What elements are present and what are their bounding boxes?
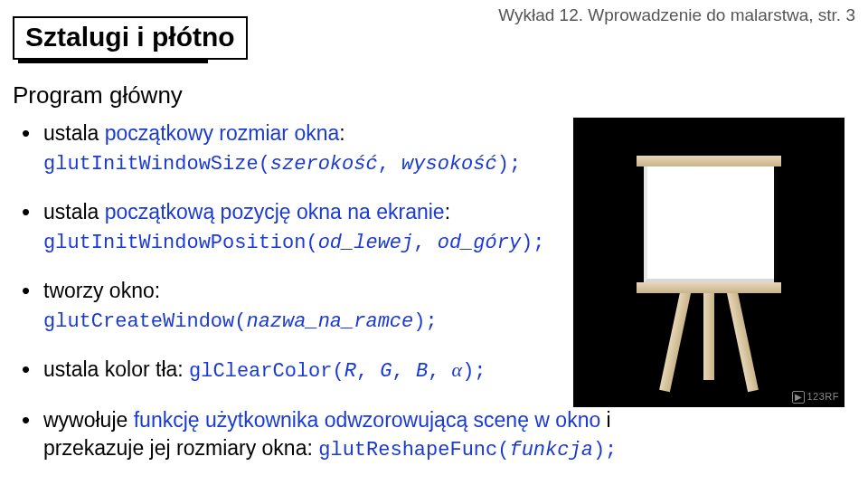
- slide-header: Wykład 12. Wprowadzenie do malarstwa, st…: [498, 5, 855, 25]
- text: przekazuje jej rozmiary okna:: [43, 436, 318, 460]
- text: wywołuje: [43, 408, 134, 432]
- code-func: glutCreateWindow(: [43, 310, 246, 333]
- code-func: glClearColor(: [189, 360, 344, 383]
- code-sep: ,: [413, 232, 437, 254]
- text: ustala: [43, 200, 105, 223]
- easel-image: ▶123RF: [573, 118, 844, 407]
- text: ustala kolor tła:: [43, 357, 189, 381]
- code-func: glutInitWindowSize(: [43, 153, 270, 176]
- canvas-panel: [644, 161, 774, 282]
- code-func: glutInitWindowPosition(: [43, 232, 318, 254]
- code-arg: B: [416, 360, 428, 383]
- easel-bar: [637, 156, 781, 166]
- code-arg: wysokość: [401, 153, 497, 176]
- content-area: ustala początkowy rozmiar okna: glutInit…: [13, 119, 546, 485]
- code-sep: ,: [378, 153, 401, 176]
- list-item: ustala kolor tła: glClearColor(R, G, B, …: [13, 356, 546, 385]
- image-watermark: ▶123RF: [792, 391, 839, 404]
- watermark-text: 123RF: [807, 391, 839, 402]
- code-tail: );: [462, 360, 486, 383]
- text: :: [339, 121, 344, 145]
- slide-subhead: Program główny: [13, 81, 183, 109]
- code-tail: );: [413, 310, 437, 333]
- code-tail: );: [593, 439, 617, 461]
- watermark-icon: ▶: [792, 391, 805, 404]
- code-arg: funkcja: [509, 439, 592, 461]
- list-item: wywołuje funkcję użytkownika odwzorowują…: [13, 406, 868, 465]
- code-sep: ,: [392, 360, 416, 383]
- highlight-text: początkowy rozmiar okna: [105, 121, 340, 145]
- code-sep: ,: [356, 360, 380, 383]
- text: :: [445, 200, 450, 223]
- code-arg: od_góry: [438, 232, 521, 254]
- highlight-text: początkową pozycję okna na ekranie: [105, 200, 445, 223]
- code-func: glutReshapeFunc(: [318, 439, 509, 461]
- code-arg: R: [344, 360, 356, 383]
- easel-bar: [637, 282, 781, 293]
- text: tworzy okno:: [43, 279, 160, 302]
- list-item: ustala początkową pozycję okna na ekrani…: [13, 198, 546, 257]
- code-arg: od_lewej: [318, 232, 414, 254]
- bullet-list: ustala początkowy rozmiar okna: glutInit…: [13, 119, 546, 465]
- code-tail: );: [521, 232, 544, 254]
- list-item: ustala początkowy rozmiar okna: glutInit…: [13, 119, 546, 178]
- code-arg: szerokość: [270, 153, 378, 176]
- code-arg: nazwa_na_ramce: [246, 310, 413, 333]
- highlight-text: funkcję użytkownika odwzorowującą scenę …: [134, 408, 601, 432]
- code-sep: ,: [428, 360, 451, 383]
- title-wrap: Sztalugi i płótno: [13, 16, 248, 60]
- text: ustala: [43, 121, 105, 145]
- text: i: [600, 408, 611, 432]
- slide-title: Sztalugi i płótno: [13, 16, 248, 60]
- code-arg-alpha: α: [452, 358, 463, 381]
- code-tail: );: [497, 153, 521, 176]
- list-item: tworzy okno: glutCreateWindow(nazwa_na_r…: [13, 277, 546, 336]
- code-arg: G: [380, 360, 392, 383]
